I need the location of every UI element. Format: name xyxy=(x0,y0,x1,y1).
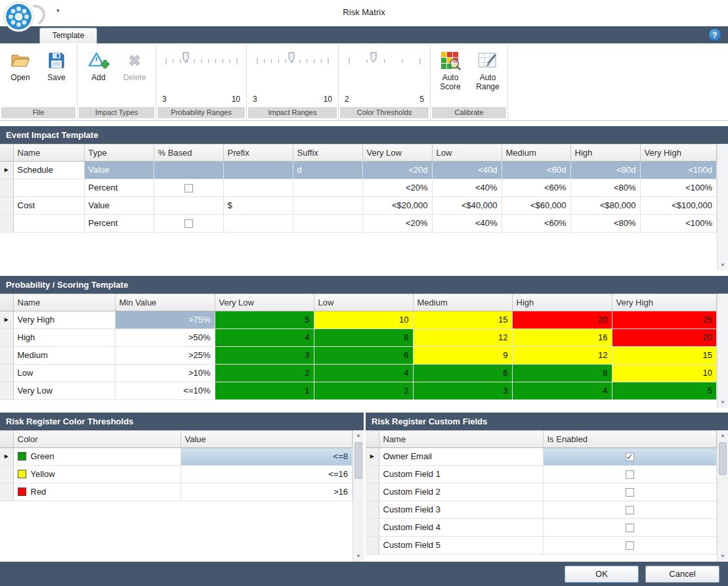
cell-percent-based[interactable] xyxy=(154,197,223,215)
cell-color[interactable]: Green xyxy=(13,448,181,466)
percent-based-checkbox[interactable] xyxy=(184,219,193,228)
cell-high[interactable]: <80% xyxy=(570,179,640,197)
cell-name[interactable]: Owner Email xyxy=(379,448,543,466)
cell-very-high[interactable]: <100% xyxy=(640,179,717,197)
cell-type[interactable]: Percent xyxy=(84,215,154,233)
column-header-is-enabled[interactable]: Is Enabled xyxy=(543,431,717,448)
table-row[interactable]: Very Low <=10% 1 2 3 4 5 xyxy=(0,382,717,400)
column-header-low[interactable]: Low xyxy=(432,145,502,162)
cell-min-value[interactable]: <=10% xyxy=(115,382,215,400)
cell-medium[interactable]: <$60,000 xyxy=(502,197,570,215)
cell-is-enabled[interactable] xyxy=(543,466,717,484)
scroll-down-icon[interactable]: ▼ xyxy=(717,551,728,562)
cell-score-medium[interactable]: 6 xyxy=(413,365,512,382)
column-header-very-low[interactable]: Very Low xyxy=(362,145,432,162)
cell-name[interactable]: Custom Field 1 xyxy=(379,466,543,484)
scroll-up-icon[interactable]: ▲ xyxy=(717,430,728,441)
cell-name[interactable]: Very Low xyxy=(13,382,115,400)
color-thresholds-slider[interactable] xyxy=(346,50,423,70)
cell-suffix[interactable] xyxy=(293,179,362,197)
column-header-low[interactable]: Low xyxy=(314,294,413,311)
cell-score-very-high[interactable]: 25 xyxy=(612,311,717,329)
column-header-name[interactable]: Name xyxy=(13,145,84,162)
cell-low[interactable]: <$40,000 xyxy=(432,197,502,215)
table-row[interactable]: ▶ Owner Email xyxy=(366,448,717,466)
cell-medium[interactable]: <60% xyxy=(502,215,570,233)
probability-ranges-slider[interactable] xyxy=(163,50,240,70)
table-row[interactable]: ▶ Very High >75% 5 10 15 20 25 xyxy=(0,311,717,329)
cell-suffix[interactable]: d xyxy=(293,162,362,179)
cell-name[interactable] xyxy=(13,215,84,233)
table-row[interactable]: Yellow <=16 xyxy=(0,466,353,484)
cell-name[interactable]: High xyxy=(13,329,115,347)
cell-prefix[interactable] xyxy=(223,162,293,179)
auto-range-button[interactable]: Auto Range xyxy=(470,47,505,92)
cell-suffix[interactable] xyxy=(293,215,362,233)
cell-score-high[interactable]: 4 xyxy=(512,382,612,400)
cell-high[interactable]: <$80,000 xyxy=(570,197,640,215)
enabled-checkbox[interactable] xyxy=(626,488,634,497)
tab-template[interactable]: Template xyxy=(39,28,97,43)
cell-score-very-high[interactable]: 15 xyxy=(612,347,717,365)
cell-very-low[interactable]: <$20,000 xyxy=(362,197,432,215)
cell-score-very-low[interactable]: 4 xyxy=(215,329,314,347)
cell-min-value[interactable]: >75% xyxy=(115,311,215,329)
cell-very-low[interactable]: <20% xyxy=(362,215,432,233)
column-header-very-high[interactable]: Very High xyxy=(640,145,717,162)
cell-very-high[interactable]: <$100,000 xyxy=(640,197,717,215)
ok-button[interactable]: OK xyxy=(565,566,639,583)
cell-very-high[interactable]: <100d xyxy=(640,162,717,179)
cell-is-enabled[interactable] xyxy=(543,519,717,537)
table-row[interactable]: Cost Value $ <$20,000 <$40,000 <$60,000 … xyxy=(0,197,717,215)
table-row[interactable]: Custom Field 1 xyxy=(366,466,717,484)
cell-very-high[interactable]: <100% xyxy=(640,215,717,233)
column-header-very-high[interactable]: Very High xyxy=(612,294,717,311)
cell-score-low[interactable]: 8 xyxy=(314,329,413,347)
cell-value[interactable]: >16 xyxy=(181,484,353,501)
column-header-type[interactable]: Type xyxy=(84,145,154,162)
cell-score-low[interactable]: 2 xyxy=(314,382,413,400)
cell-score-very-low[interactable]: 2 xyxy=(215,365,314,382)
auto-score-button[interactable]: Auto Score xyxy=(433,47,468,92)
app-logo-icon[interactable] xyxy=(3,1,34,32)
cell-low[interactable]: <40% xyxy=(432,215,502,233)
delete-impact-type-button[interactable]: Delete xyxy=(118,47,152,83)
percent-based-checkbox[interactable] xyxy=(184,184,193,192)
cell-very-low[interactable]: <20d xyxy=(362,162,432,179)
table-row[interactable]: Custom Field 2 xyxy=(366,484,717,501)
table-row[interactable]: Custom Field 5 xyxy=(366,537,717,554)
add-impact-type-button[interactable]: Add xyxy=(81,47,116,83)
cell-score-low[interactable]: 4 xyxy=(314,365,413,382)
cell-medium[interactable]: <60% xyxy=(502,179,570,197)
save-button[interactable]: Save xyxy=(39,47,74,83)
table-row[interactable]: ▶ Schedule Value d <20d <40d <60d <80d <… xyxy=(0,162,717,179)
column-header-high[interactable]: High xyxy=(570,145,640,162)
cell-score-high[interactable]: 8 xyxy=(512,365,612,382)
cell-score-low[interactable]: 6 xyxy=(314,347,413,365)
cell-is-enabled[interactable] xyxy=(543,484,717,501)
cell-score-high[interactable]: 12 xyxy=(512,347,612,365)
column-header-prefix[interactable]: Prefix xyxy=(223,145,293,162)
table-row[interactable]: Custom Field 4 xyxy=(366,519,717,537)
cell-prefix[interactable] xyxy=(223,179,293,197)
cell-percent-based[interactable] xyxy=(154,179,223,197)
table-row[interactable]: Percent <20% <40% <60% <80% <100% xyxy=(0,215,717,233)
cell-score-high[interactable]: 16 xyxy=(512,329,612,347)
cell-score-high[interactable]: 20 xyxy=(512,311,612,329)
cell-value[interactable]: <=16 xyxy=(181,466,353,484)
cell-name[interactable]: Custom Field 3 xyxy=(379,501,543,519)
cell-name[interactable]: Very High xyxy=(13,311,115,329)
cell-is-enabled[interactable] xyxy=(543,537,717,554)
column-header-value[interactable]: Value xyxy=(181,431,353,448)
cell-name[interactable]: Schedule xyxy=(13,162,84,179)
cell-name[interactable]: Medium xyxy=(13,347,115,365)
scroll-down-icon[interactable]: ▼ xyxy=(717,397,728,408)
cell-name[interactable]: Cost xyxy=(13,197,84,215)
vertical-scrollbar[interactable]: ▼ xyxy=(717,294,728,408)
cell-color[interactable]: Yellow xyxy=(13,466,181,484)
cell-high[interactable]: <80% xyxy=(570,215,640,233)
enabled-checkbox[interactable] xyxy=(626,470,634,479)
table-row[interactable]: Custom Field 3 xyxy=(366,501,717,519)
column-header-suffix[interactable]: Suffix xyxy=(293,145,362,162)
cell-score-very-high[interactable]: 20 xyxy=(612,329,717,347)
